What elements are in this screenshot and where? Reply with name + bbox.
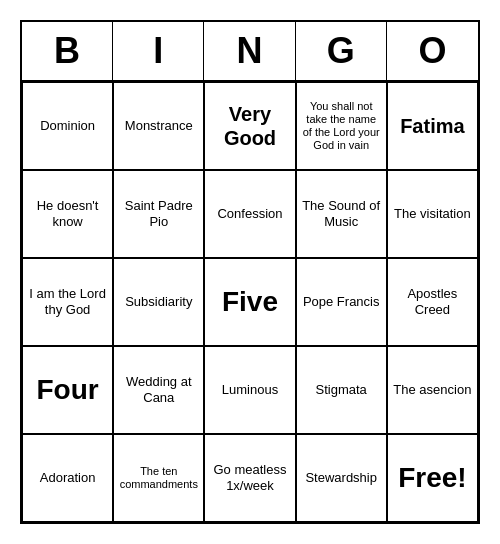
- bingo-card: B I N G O DominionMonstranceVery GoodYou…: [20, 20, 480, 524]
- bingo-cell-14: Apostles Creed: [387, 258, 478, 346]
- header-g: G: [296, 22, 387, 80]
- bingo-cell-13: Pope Francis: [296, 258, 387, 346]
- bingo-cell-9: The visitation: [387, 170, 478, 258]
- bingo-cell-16: Wedding at Cana: [113, 346, 204, 434]
- bingo-cell-4: Fatima: [387, 82, 478, 170]
- bingo-cell-18: Stigmata: [296, 346, 387, 434]
- bingo-cell-21: The ten commandments: [113, 434, 204, 522]
- bingo-cell-12: Five: [204, 258, 295, 346]
- bingo-cell-2: Very Good: [204, 82, 295, 170]
- bingo-cell-0: Dominion: [22, 82, 113, 170]
- bingo-grid: DominionMonstranceVery GoodYou shall not…: [22, 82, 478, 522]
- bingo-cell-22: Go meatless 1x/week: [204, 434, 295, 522]
- header-o: O: [387, 22, 478, 80]
- bingo-cell-24: Free!: [387, 434, 478, 522]
- bingo-cell-3: You shall not take the name of the Lord …: [296, 82, 387, 170]
- bingo-cell-10: I am the Lord thy God: [22, 258, 113, 346]
- bingo-cell-15: Four: [22, 346, 113, 434]
- header-n: N: [204, 22, 295, 80]
- bingo-cell-20: Adoration: [22, 434, 113, 522]
- bingo-cell-11: Subsidiarity: [113, 258, 204, 346]
- bingo-header: B I N G O: [22, 22, 478, 82]
- bingo-cell-19: The asencion: [387, 346, 478, 434]
- bingo-cell-17: Luminous: [204, 346, 295, 434]
- bingo-cell-1: Monstrance: [113, 82, 204, 170]
- bingo-cell-23: Stewardship: [296, 434, 387, 522]
- bingo-cell-8: The Sound of Music: [296, 170, 387, 258]
- header-b: B: [22, 22, 113, 80]
- bingo-cell-7: Confession: [204, 170, 295, 258]
- bingo-cell-6: Saint Padre Pio: [113, 170, 204, 258]
- bingo-cell-5: He doesn't know: [22, 170, 113, 258]
- header-i: I: [113, 22, 204, 80]
